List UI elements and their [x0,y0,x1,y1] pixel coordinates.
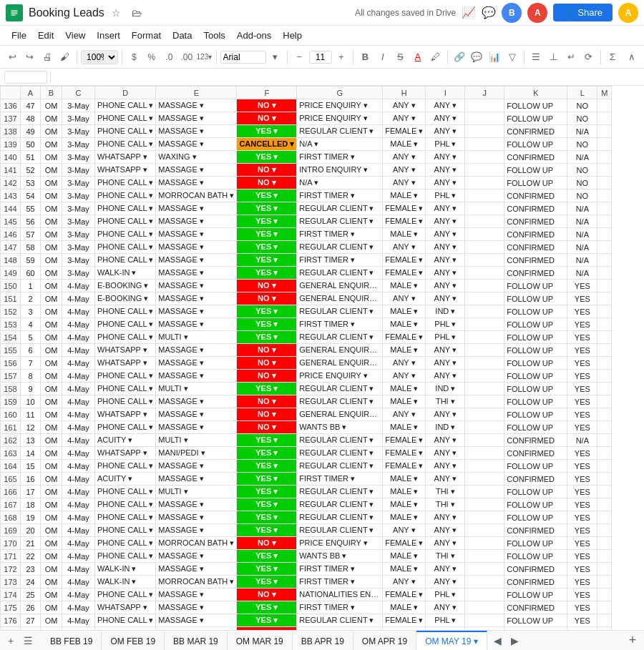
table-cell[interactable]: ANY ▾ [426,357,465,370]
table-cell[interactable]: YES ▾ [237,305,297,318]
table-cell[interactable]: REGULAR CLIENT ▾ [297,524,383,537]
table-cell[interactable]: THI ▾ [426,486,465,498]
dec-button[interactable]: .0 [161,49,177,66]
col-header-m[interactable]: M [597,87,612,99]
table-cell[interactable]: MASSAGE ▾ [156,202,237,215]
table-cell[interactable]: CONFIRMED [504,434,567,447]
table-cell[interactable]: YES ▾ [237,383,297,395]
table-cell[interactable] [597,627,612,631]
table-cell[interactable]: 4-May [62,408,95,421]
table-cell[interactable]: WHATSAPP ▾ [95,164,156,177]
table-cell[interactable]: THI ▾ [426,498,465,511]
table-cell[interactable] [597,267,612,280]
table-cell[interactable]: 3-May [62,125,95,138]
table-cell[interactable] [465,395,504,408]
table-cell[interactable]: YES [567,460,597,473]
table-cell[interactable]: 57 [21,228,41,241]
menu-tools[interactable]: Tools [197,28,230,43]
table-cell[interactable]: WHATSAPP ▾ [95,151,156,164]
table-cell[interactable]: 1 [21,280,41,292]
table-cell[interactable]: YES ▾ [237,215,297,228]
table-cell[interactable]: 18 [21,498,41,511]
table-cell[interactable]: FEMALE ▾ [383,215,426,228]
table-cell[interactable] [597,202,612,215]
table-cell[interactable]: PHONE CALL ▾ [95,589,156,601]
table-cell[interactable]: PHL ▾ [426,189,465,202]
table-cell[interactable] [465,125,504,138]
table-cell[interactable]: FIRST TIMER ▾ [297,318,383,331]
menu-data[interactable]: Data [167,28,197,43]
table-cell[interactable]: YES ▾ [237,447,297,460]
table-cell[interactable]: MASSAGE ▾ [156,550,237,563]
table-cell[interactable] [465,370,504,383]
table-cell[interactable]: WHATSAPP ▾ [95,408,156,421]
table-cell[interactable] [465,550,504,563]
table-cell[interactable] [465,601,504,614]
avatar-b[interactable]: B [502,3,522,23]
table-cell[interactable]: ANY ▾ [383,357,426,370]
table-cell[interactable]: 11 [21,408,41,421]
table-cell[interactable]: CONFIRMED [504,189,567,202]
table-cell[interactable]: CONFIRMED [504,254,567,267]
table-cell[interactable]: MALE ▾ [383,344,426,357]
table-cell[interactable] [465,589,504,601]
table-cell[interactable]: YES [567,486,597,498]
table-cell[interactable] [465,228,504,241]
table-cell[interactable]: YES [567,524,597,537]
table-cell[interactable]: NO ▾ [237,408,297,421]
table-cell[interactable]: MASSAGE ▾ [156,357,237,370]
table-cell[interactable]: ANY ▾ [426,215,465,228]
table-cell[interactable] [597,395,612,408]
table-cell[interactable] [465,280,504,292]
table-cell[interactable]: PHONE CALL ▾ [95,537,156,550]
table-cell[interactable] [597,524,612,537]
table-cell[interactable]: FOLLOW UP [504,305,567,318]
table-cell[interactable]: PHONE CALL ▾ [95,138,156,151]
table-cell[interactable]: YES ▾ [237,318,297,331]
row-number-cell[interactable]: 162 [1,434,21,447]
table-cell[interactable] [597,331,612,344]
tab-om-feb-19[interactable]: OM FEB 19 [102,631,165,650]
table-cell[interactable] [465,421,504,434]
table-cell[interactable]: OM [41,112,62,125]
table-cell[interactable]: CONFIRMED [504,473,567,486]
table-cell[interactable]: ANY ▾ [426,164,465,177]
table-cell[interactable]: FOLLOW UP [504,460,567,473]
table-cell[interactable]: OM [41,318,62,331]
table-cell[interactable]: YES [567,331,597,344]
table-cell[interactable]: 4-May [62,370,95,383]
table-cell[interactable]: REGULAR CLIENT ▾ [297,614,383,627]
table-cell[interactable]: N/A [567,125,597,138]
table-cell[interactable]: MALE ▾ [383,395,426,408]
table-cell[interactable]: YES ▾ [237,524,297,537]
table-cell[interactable]: 15 [21,460,41,473]
dec2-button[interactable]: .00 [179,49,195,66]
table-cell[interactable]: ANY ▾ [426,524,465,537]
table-cell[interactable]: PHONE CALL ▾ [95,383,156,395]
table-cell[interactable]: ANY ▾ [426,434,465,447]
table-cell[interactable]: PRICE ENQUIRY ▾ [297,112,383,125]
table-cell[interactable]: FEMALE ▾ [383,267,426,280]
function-button[interactable]: Σ [605,49,621,66]
table-cell[interactable] [597,357,612,370]
table-cell[interactable]: 9 [21,383,41,395]
table-cell[interactable]: 17 [21,486,41,498]
table-cell[interactable]: WANTS BB ▾ [297,421,383,434]
table-cell[interactable]: PHONE CALL ▾ [95,99,156,112]
table-cell[interactable]: OM [41,370,62,383]
table-cell[interactable]: PHONE CALL ▾ [95,498,156,511]
table-cell[interactable]: CONFIRMED [504,151,567,164]
table-cell[interactable]: ANY ▾ [426,408,465,421]
table-cell[interactable] [465,112,504,125]
table-cell[interactable] [597,344,612,357]
table-cell[interactable]: MASSAGE ▾ [156,305,237,318]
wrap-button[interactable]: ↵ [563,49,580,66]
strikethrough-button[interactable]: S [392,49,409,66]
table-cell[interactable]: NO ▾ [237,421,297,434]
table-cell[interactable]: PHL ▾ [426,318,465,331]
table-cell[interactable]: 4-May [62,601,95,614]
table-cell[interactable]: MASSAGE ▾ [156,177,237,189]
row-number-cell[interactable]: 141 [1,164,21,177]
table-cell[interactable]: YES [567,563,597,576]
bold-button[interactable]: B [357,49,374,66]
